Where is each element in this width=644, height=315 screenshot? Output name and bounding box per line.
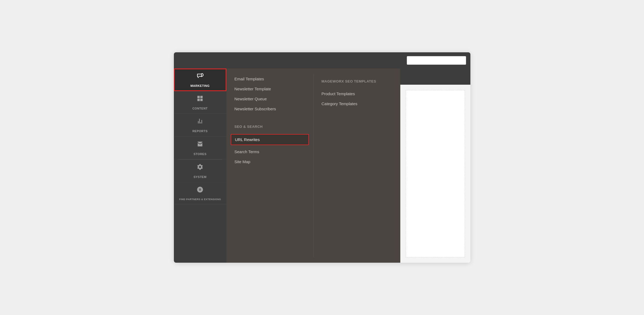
dropdown-area: Email Templates Newsletter Template News… [226, 69, 400, 263]
site-map-item[interactable]: Site Map [235, 157, 305, 167]
content-header-bar [400, 69, 470, 85]
url-rewrites-item[interactable]: URL Rewrites [231, 134, 309, 145]
newsletter-template-item[interactable]: Newsletter Template [235, 84, 305, 94]
dropdown-column-main: Email Templates Newsletter Template News… [226, 74, 314, 257]
dropdown-panel: Email Templates Newsletter Template News… [226, 69, 400, 263]
sidebar-reports-label: REPORTS [192, 129, 208, 133]
sidebar-partners-label: FIND PARTNERS & EXTENSIONS [179, 198, 221, 201]
sidebar-item-content[interactable]: CONTENT [174, 91, 226, 114]
search-terms-item[interactable]: Search Terms [235, 147, 305, 157]
sidebar-stores-label: STORES [194, 152, 206, 156]
sidebar-item-reports[interactable]: REPORTS [174, 114, 226, 136]
content-body [406, 90, 465, 257]
main-layout: MARKETING CONTENT REPORTS [174, 69, 470, 263]
sidebar-marketing-label: MARKETING [190, 84, 209, 88]
category-templates-item[interactable]: Category Templates [322, 99, 392, 109]
sidebar-item-system[interactable]: SYSTEM [174, 160, 226, 182]
top-bar [174, 52, 470, 69]
sidebar-content-label: CONTENT [192, 107, 208, 110]
email-templates-item[interactable]: Email Templates [235, 74, 305, 84]
product-templates-item[interactable]: Product Templates [322, 89, 392, 99]
browser-window: MARKETING CONTENT REPORTS [174, 52, 470, 263]
partners-icon [197, 186, 204, 196]
newsletter-queue-item[interactable]: Newsletter Queue [235, 94, 305, 104]
sidebar-system-label: SYSTEM [194, 175, 206, 179]
right-content-area [400, 69, 470, 263]
mageworx-seo-header: MageWorx SEO Templates [322, 77, 392, 83]
sidebar-item-stores[interactable]: STORES [174, 137, 226, 159]
megaphone-icon [197, 72, 204, 83]
reports-icon [197, 118, 204, 128]
stores-icon [197, 141, 204, 151]
content-icon [197, 95, 204, 105]
seo-search-header: SEO & Search [235, 122, 305, 129]
sidebar-item-partners[interactable]: FIND PARTNERS & EXTENSIONS [174, 182, 226, 204]
newsletter-subscribers-item[interactable]: Newsletter Subscribers [235, 104, 305, 114]
sidebar: MARKETING CONTENT REPORTS [174, 69, 226, 263]
system-icon [197, 163, 204, 174]
top-search-bar [407, 56, 466, 65]
sidebar-item-marketing[interactable]: MARKETING [174, 69, 226, 91]
dropdown-column-seo-templates: MageWorx SEO Templates Product Templates… [314, 74, 400, 257]
